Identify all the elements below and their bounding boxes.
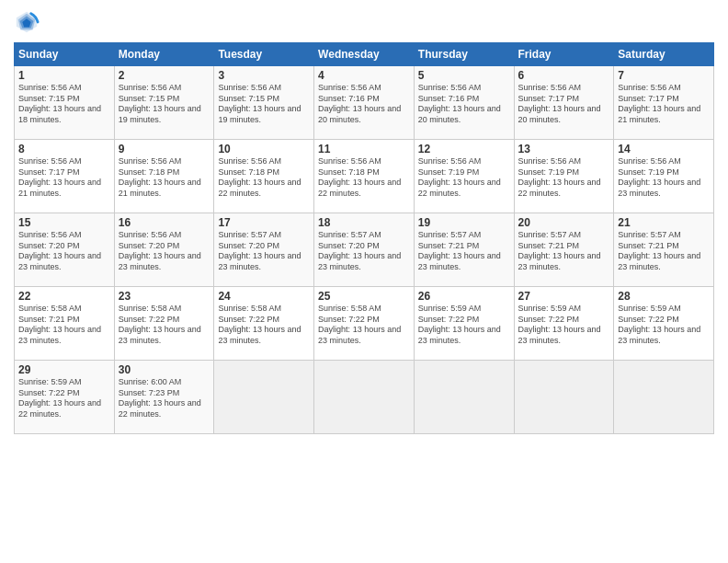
calendar-cell: 20 Sunrise: 5:57 AM Sunset: 7:21 PM Dayl… — [514, 213, 614, 287]
logo — [14, 9, 43, 35]
calendar-cell: 11 Sunrise: 5:56 AM Sunset: 7:18 PM Dayl… — [314, 140, 415, 213]
column-header-monday: Monday — [114, 43, 214, 66]
day-info: Sunrise: 5:59 AM Sunset: 7:22 PM Dayligh… — [618, 304, 710, 347]
day-number: 11 — [318, 143, 410, 155]
day-info: Sunrise: 5:56 AM Sunset: 7:18 PM Dayligh… — [218, 156, 310, 200]
calendar-cell: 28 Sunrise: 5:59 AM Sunset: 7:22 PM Dayl… — [614, 287, 714, 361]
day-number: 14 — [618, 143, 710, 155]
day-info: Sunrise: 5:56 AM Sunset: 7:16 PM Dayligh… — [418, 83, 510, 126]
column-header-wednesday: Wednesday — [314, 43, 415, 66]
day-number: 30 — [119, 363, 210, 376]
day-number: 20 — [518, 216, 610, 229]
day-number: 17 — [218, 216, 310, 229]
calendar-page: SundayMondayTuesdayWednesdayThursdayFrid… — [0, 0, 728, 563]
day-number: 29 — [18, 363, 110, 376]
calendar-cell: 26 Sunrise: 5:59 AM Sunset: 7:22 PM Dayl… — [414, 287, 514, 361]
day-info: Sunrise: 5:58 AM Sunset: 7:21 PM Dayligh… — [18, 304, 110, 347]
calendar-cell: 29 Sunrise: 5:59 AM Sunset: 7:22 PM Dayl… — [15, 361, 115, 434]
column-header-saturday: Saturday — [614, 43, 714, 66]
calendar-cell: 22 Sunrise: 5:58 AM Sunset: 7:21 PM Dayl… — [15, 287, 115, 361]
day-number: 13 — [518, 143, 610, 155]
column-header-thursday: Thursday — [414, 43, 514, 66]
calendar-cell: 12 Sunrise: 5:56 AM Sunset: 7:19 PM Dayl… — [414, 140, 514, 213]
day-info: Sunrise: 5:56 AM Sunset: 7:20 PM Dayligh… — [119, 230, 210, 273]
day-info: Sunrise: 5:56 AM Sunset: 7:20 PM Dayligh… — [18, 230, 110, 273]
calendar-cell: 24 Sunrise: 5:58 AM Sunset: 7:22 PM Dayl… — [214, 287, 314, 361]
day-info: Sunrise: 6:00 AM Sunset: 7:23 PM Dayligh… — [119, 377, 210, 420]
day-number: 7 — [618, 69, 710, 82]
day-info: Sunrise: 5:56 AM Sunset: 7:17 PM Dayligh… — [18, 156, 110, 200]
day-info: Sunrise: 5:56 AM Sunset: 7:19 PM Dayligh… — [618, 156, 710, 200]
day-number: 22 — [18, 290, 110, 303]
calendar-cell: 23 Sunrise: 5:58 AM Sunset: 7:22 PM Dayl… — [114, 287, 214, 361]
day-number: 21 — [618, 216, 710, 229]
calendar-cell — [314, 361, 415, 434]
day-info: Sunrise: 5:56 AM Sunset: 7:15 PM Dayligh… — [218, 83, 310, 126]
calendar-cell: 19 Sunrise: 5:57 AM Sunset: 7:21 PM Dayl… — [414, 213, 514, 287]
day-number: 19 — [418, 216, 510, 229]
calendar-cell: 3 Sunrise: 5:56 AM Sunset: 7:15 PM Dayli… — [214, 66, 314, 140]
day-number: 18 — [318, 216, 410, 229]
day-info: Sunrise: 5:57 AM Sunset: 7:21 PM Dayligh… — [518, 230, 610, 273]
calendar-cell: 7 Sunrise: 5:56 AM Sunset: 7:17 PM Dayli… — [614, 66, 714, 140]
calendar-cell: 13 Sunrise: 5:56 AM Sunset: 7:19 PM Dayl… — [514, 140, 614, 213]
day-number: 15 — [18, 216, 110, 229]
column-header-tuesday: Tuesday — [214, 43, 314, 66]
calendar-cell: 25 Sunrise: 5:58 AM Sunset: 7:22 PM Dayl… — [314, 287, 415, 361]
day-number: 16 — [119, 216, 210, 229]
day-info: Sunrise: 5:56 AM Sunset: 7:15 PM Dayligh… — [119, 83, 210, 126]
day-info: Sunrise: 5:56 AM Sunset: 7:19 PM Dayligh… — [418, 156, 510, 200]
calendar-week-row: 8 Sunrise: 5:56 AM Sunset: 7:17 PM Dayli… — [15, 140, 714, 213]
calendar-cell: 8 Sunrise: 5:56 AM Sunset: 7:17 PM Dayli… — [15, 140, 115, 213]
calendar-cell: 18 Sunrise: 5:57 AM Sunset: 7:20 PM Dayl… — [314, 213, 415, 287]
day-info: Sunrise: 5:57 AM Sunset: 7:21 PM Dayligh… — [618, 230, 710, 273]
day-number: 12 — [418, 143, 510, 155]
calendar-cell: 2 Sunrise: 5:56 AM Sunset: 7:15 PM Dayli… — [114, 66, 214, 140]
calendar-cell — [414, 361, 514, 434]
day-number: 8 — [18, 143, 110, 155]
day-info: Sunrise: 5:56 AM Sunset: 7:19 PM Dayligh… — [518, 156, 610, 200]
calendar-cell: 1 Sunrise: 5:56 AM Sunset: 7:15 PM Dayli… — [15, 66, 115, 140]
day-number: 9 — [119, 143, 210, 155]
calendar-cell — [214, 361, 314, 434]
day-info: Sunrise: 5:56 AM Sunset: 7:18 PM Dayligh… — [119, 156, 210, 200]
day-info: Sunrise: 5:56 AM Sunset: 7:17 PM Dayligh… — [518, 83, 610, 126]
page-header — [14, 9, 714, 35]
calendar-cell — [514, 361, 614, 434]
day-info: Sunrise: 5:59 AM Sunset: 7:22 PM Dayligh… — [18, 377, 110, 420]
day-info: Sunrise: 5:58 AM Sunset: 7:22 PM Dayligh… — [218, 304, 310, 347]
day-number: 26 — [418, 290, 510, 303]
day-number: 23 — [119, 290, 210, 303]
day-number: 27 — [518, 290, 610, 303]
calendar-table: SundayMondayTuesdayWednesdayThursdayFrid… — [14, 42, 714, 434]
day-info: Sunrise: 5:57 AM Sunset: 7:20 PM Dayligh… — [318, 230, 410, 273]
calendar-cell: 15 Sunrise: 5:56 AM Sunset: 7:20 PM Dayl… — [15, 213, 115, 287]
calendar-cell — [614, 361, 714, 434]
calendar-header-row: SundayMondayTuesdayWednesdayThursdayFrid… — [15, 43, 714, 66]
calendar-cell: 30 Sunrise: 6:00 AM Sunset: 7:23 PM Dayl… — [114, 361, 214, 434]
day-number: 6 — [518, 69, 610, 82]
day-number: 2 — [119, 69, 210, 82]
calendar-week-row: 29 Sunrise: 5:59 AM Sunset: 7:22 PM Dayl… — [15, 361, 714, 434]
column-header-friday: Friday — [514, 43, 614, 66]
day-info: Sunrise: 5:56 AM Sunset: 7:16 PM Dayligh… — [318, 83, 410, 126]
day-number: 5 — [418, 69, 510, 82]
day-number: 24 — [218, 290, 310, 303]
calendar-cell: 6 Sunrise: 5:56 AM Sunset: 7:17 PM Dayli… — [514, 66, 614, 140]
calendar-week-row: 15 Sunrise: 5:56 AM Sunset: 7:20 PM Dayl… — [15, 213, 714, 287]
day-number: 3 — [218, 69, 310, 82]
calendar-cell: 21 Sunrise: 5:57 AM Sunset: 7:21 PM Dayl… — [614, 213, 714, 287]
calendar-cell: 14 Sunrise: 5:56 AM Sunset: 7:19 PM Dayl… — [614, 140, 714, 213]
logo-icon — [14, 9, 40, 35]
day-info: Sunrise: 5:59 AM Sunset: 7:22 PM Dayligh… — [418, 304, 510, 347]
calendar-cell: 17 Sunrise: 5:57 AM Sunset: 7:20 PM Dayl… — [214, 213, 314, 287]
day-number: 1 — [18, 69, 110, 82]
calendar-cell: 10 Sunrise: 5:56 AM Sunset: 7:18 PM Dayl… — [214, 140, 314, 213]
day-info: Sunrise: 5:59 AM Sunset: 7:22 PM Dayligh… — [518, 304, 610, 347]
calendar-week-row: 1 Sunrise: 5:56 AM Sunset: 7:15 PM Dayli… — [15, 66, 714, 140]
day-number: 25 — [318, 290, 410, 303]
day-number: 28 — [618, 290, 710, 303]
day-number: 4 — [318, 69, 410, 82]
day-info: Sunrise: 5:58 AM Sunset: 7:22 PM Dayligh… — [318, 304, 410, 347]
calendar-cell: 4 Sunrise: 5:56 AM Sunset: 7:16 PM Dayli… — [314, 66, 415, 140]
